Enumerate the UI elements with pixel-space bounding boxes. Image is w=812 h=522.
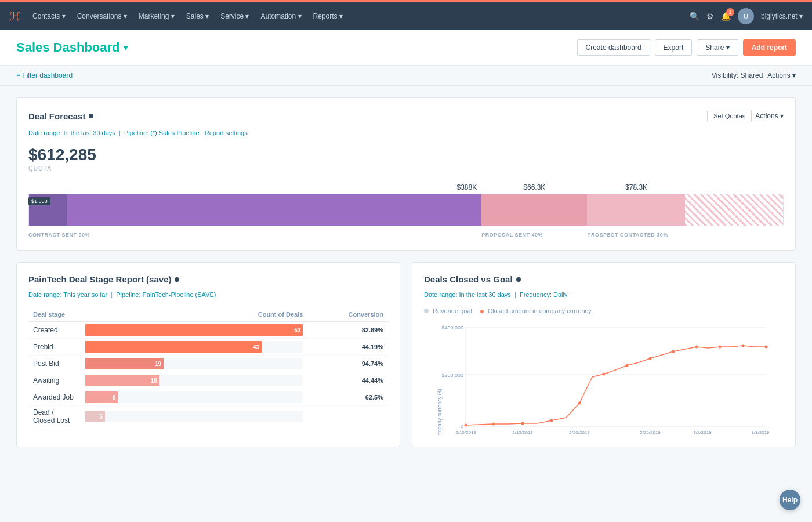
conversion-value: 44.44%: [307, 372, 388, 389]
stage-name: Awaiting: [28, 372, 81, 389]
stage-name: Created: [28, 322, 81, 339]
top-navigation: ℋ Contacts ▾ Conversations ▾ Marketing ▾…: [0, 2, 812, 30]
paintech-title-text: PainTech Deal Stage Report (save): [28, 274, 171, 284]
deal-forecast-header: Deal Forecast Set Quotas Actions ▾: [28, 110, 784, 122]
add-report-button[interactable]: Add report: [743, 39, 796, 56]
settings-icon[interactable]: ⚙: [706, 12, 714, 21]
stage-name: Prebid: [28, 339, 81, 356]
page-header: Sales Dashboard ▾ Create dashboard Expor…: [0, 30, 812, 66]
deal-forecast-title-text: Deal Forecast: [28, 111, 85, 121]
svg-point-7: [465, 424, 467, 427]
share-button[interactable]: Share ▾: [697, 39, 738, 56]
forecast-quota-label: QUOTA: [28, 165, 784, 172]
paintech-dot: [175, 277, 179, 282]
user-avatar[interactable]: U: [738, 8, 754, 24]
bar-value-proposal: $66.3K: [523, 183, 545, 191]
hubspot-logo[interactable]: ℋ: [9, 9, 21, 23]
svg-point-10: [550, 419, 553, 422]
svg-text:0: 0: [461, 423, 463, 429]
conversion-value: 94.74%: [307, 356, 388, 372]
main-content: Deal Forecast Set Quotas Actions ▾ Date …: [0, 86, 812, 470]
page-title-dropdown-icon[interactable]: ▾: [124, 43, 128, 52]
dc-freq: Frequency: Daily: [520, 291, 568, 298]
nav-marketing[interactable]: Marketing ▾: [134, 10, 179, 23]
svg-point-9: [521, 422, 524, 425]
bar-proposal: [481, 194, 587, 226]
conversion-value: [307, 406, 388, 427]
chart-legend: Revenue goal Closed amount in company cu…: [424, 307, 784, 314]
bar-cell: 18: [81, 372, 307, 389]
notification-badge: 1: [726, 8, 734, 16]
nav-sales[interactable]: Sales ▾: [182, 10, 213, 23]
filter-right-area: Visibility: Shared Actions ▾: [712, 71, 796, 79]
svg-text:2/20/2019: 2/20/2019: [569, 430, 590, 435]
conversion-value: 62.5%: [307, 389, 388, 406]
svg-text:2/15/2019: 2/15/2019: [512, 430, 533, 435]
account-name[interactable]: biglytics.net ▾: [761, 12, 803, 20]
page-title[interactable]: Sales Dashboard ▾: [16, 40, 128, 55]
df-date-range: Date range: In the last 30 days: [28, 129, 115, 136]
stage-name: Post Bid: [28, 356, 81, 372]
topnav-right-icons: 🔍 ⚙ 🔔 1 U biglytics.net ▾: [690, 8, 803, 24]
table-row: Awaiting 18 44.44%: [28, 372, 388, 389]
svg-point-14: [649, 357, 652, 360]
nav-conversations[interactable]: Conversations ▾: [72, 10, 132, 23]
nav-contacts[interactable]: Contacts ▾: [28, 10, 70, 23]
svg-text:3/1/2019: 3/1/2019: [751, 430, 770, 435]
bar-cell: 19: [81, 356, 307, 372]
table-row: Post Bid 19 94.74%: [28, 356, 388, 372]
df-report-settings-link[interactable]: Report settings: [205, 129, 248, 136]
filter-bar: ≡ Filter dashboard Visibility: Shared Ac…: [0, 66, 812, 86]
bar-label-row: CONTRACT SENT 90% PROPOSAL SENT 40% PROS…: [28, 230, 784, 238]
deal-forecast-subtitle: Date range: In the last 30 days | Pipeli…: [28, 129, 784, 136]
svg-text:$200,000: $200,000: [441, 372, 463, 378]
deal-stage-table: Deal stage Count of Deals Conversion Cre…: [28, 307, 388, 427]
paintech-report-card: PainTech Deal Stage Report (save) Date r…: [16, 262, 400, 447]
svg-point-8: [492, 423, 495, 426]
deals-closed-title-text: Deals Closed vs Goal: [424, 274, 513, 284]
bar-cell: 53: [81, 322, 307, 339]
stage-name: Dead / Closed Lost: [28, 406, 81, 427]
search-icon[interactable]: 🔍: [690, 12, 699, 21]
quota-badge-area: $1,033: [28, 197, 50, 206]
df-pipeline: Pipeline: (*) Sales Pipeline: [124, 129, 200, 136]
table-row: Awarded Job 8 62.5%: [28, 389, 388, 406]
nav-automation[interactable]: Automation ▾: [256, 10, 306, 23]
export-button[interactable]: Export: [655, 39, 693, 56]
dc-date: Date range: In the last 30 days: [424, 291, 511, 298]
forecast-amount: $612,285: [28, 146, 784, 164]
filter-actions-button[interactable]: Actions ▾: [767, 71, 796, 79]
create-dashboard-button[interactable]: Create dashboard: [577, 39, 650, 56]
svg-text:3/2/2019: 3/2/2019: [693, 430, 712, 435]
deal-forecast-actions-btn[interactable]: Actions ▾: [755, 112, 784, 120]
svg-point-12: [603, 373, 606, 376]
bar-value-row: $388K $66.3K $78.3K: [28, 183, 784, 191]
deal-forecast-card-actions: Set Quotas Actions ▾: [707, 110, 784, 122]
nav-reports[interactable]: Reports ▾: [309, 10, 347, 23]
svg-point-13: [626, 364, 629, 367]
table-row: Prebid 43 44.19%: [28, 339, 388, 356]
page-title-text: Sales Dashboard: [16, 40, 120, 55]
line-chart-container: $400,000 $200,000 0: [424, 319, 784, 435]
paintech-title: PainTech Deal Stage Report (save): [28, 274, 179, 284]
svg-text:2/10/2019: 2/10/2019: [455, 430, 476, 435]
forecast-bar-area: $388K $66.3K $78.3K $1,033: [28, 183, 784, 238]
bar-prospect: [587, 194, 685, 226]
table-row: Dead / Closed Lost 5: [28, 406, 388, 427]
deals-closed-header: Deals Closed vs Goal: [424, 274, 784, 284]
filter-dashboard-link[interactable]: ≡ Filter dashboard: [16, 71, 72, 79]
notifications-icon[interactable]: 🔔 1: [721, 12, 731, 21]
svg-text:Closed amount in company curre: Closed amount in company currency ($): [437, 389, 443, 435]
bar-value-contract: $388K: [456, 183, 477, 191]
legend-closed-amount: Closed amount in company currency: [480, 307, 592, 314]
svg-point-18: [742, 345, 745, 347]
bottom-grid: PainTech Deal Stage Report (save) Date r…: [16, 262, 796, 459]
svg-point-16: [695, 346, 698, 349]
svg-point-19: [765, 346, 768, 349]
bar-hatched: [685, 194, 783, 226]
forecast-bars: [28, 194, 784, 226]
line-chart-svg: $400,000 $200,000 0: [424, 319, 784, 435]
set-quotas-button[interactable]: Set Quotas: [707, 110, 752, 122]
bar-value-prospect: $78.3K: [625, 183, 647, 191]
nav-service[interactable]: Service ▾: [216, 10, 253, 23]
